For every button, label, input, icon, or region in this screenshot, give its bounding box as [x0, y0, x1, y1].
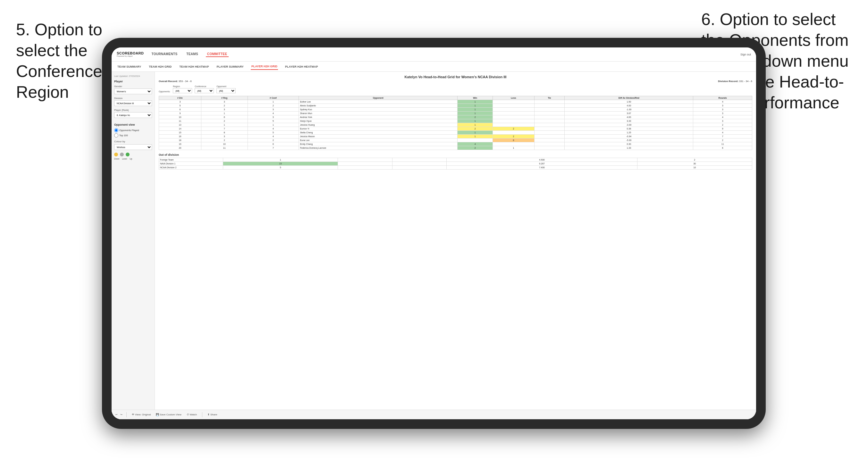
sidebar-gender-label: Gender — [114, 85, 152, 88]
sub-tab-team-h2h-heatmap[interactable]: TEAM H2H HEATMAP — [179, 64, 209, 69]
tablet-frame: SCOREBOARD Powered by clippd TOURNAMENTS… — [102, 38, 766, 429]
table-row: 1125 Heejo Hyun 1 3.333 — [159, 119, 752, 123]
save-icon: 💾 — [156, 413, 159, 416]
colour-by-label: Colour by — [114, 140, 152, 143]
th-div: # Div — [159, 96, 202, 100]
sub-tab-player-h2h-grid[interactable]: PLAYER H2H GRID — [251, 63, 278, 70]
th-reg: # Reg — [201, 96, 248, 100]
th-opponent: Opponent — [299, 96, 458, 100]
main-table: # Div # Reg # Conf Opponent Win Loss Tie… — [159, 96, 752, 150]
overall-record: Overall Record: 353 - 34 - 6 — [159, 80, 192, 83]
th-win: Win — [458, 96, 493, 100]
sub-tab-team-h2h-grid[interactable]: TEAM H2H GRID — [148, 64, 172, 69]
sidebar-player-rank-label: Player (Rank) — [114, 108, 152, 112]
filter-opponents: Opponents: — [159, 90, 170, 93]
tablet-screen: SCOREBOARD Powered by clippd TOURNAMENTS… — [112, 48, 756, 419]
share-icon: ⬆ — [208, 413, 210, 416]
sidebar-update: Last Updated: 27/03/2024 — [114, 75, 152, 77]
colour-by-select[interactable]: Win/loss — [114, 144, 152, 150]
filter-opponent-group: Opponent (All) — [216, 85, 236, 93]
sub-tab-team-summary[interactable]: TEAM SUMMARY — [117, 64, 142, 69]
filter-region-group: Region (All) — [173, 85, 192, 93]
sidebar-player-rank-select[interactable]: 8. Katelyn Vo — [114, 112, 152, 118]
nav-bar: SCOREBOARD Powered by clippd TOURNAMENTS… — [112, 48, 756, 62]
nav-tabs: TOURNAMENTS TEAMS COMMITTEE — [150, 52, 740, 57]
filter-conference-label: Conference — [195, 85, 214, 88]
colour-labels: Down Level Up — [114, 158, 152, 160]
table-area: Katelyn Vo Head-to-Head Grid for Women's… — [155, 72, 756, 419]
colour-dots — [114, 153, 152, 156]
radio-opponents-played[interactable]: Opponents Played — [114, 128, 152, 132]
sidebar-division-select[interactable]: NCAA Division III — [114, 100, 152, 106]
table-row: 522 Alexis Sudjianto 1 4.003 — [159, 104, 752, 108]
th-tie: Tie — [534, 96, 564, 100]
sub-tab-player-summary[interactable]: PLAYER SUMMARY — [216, 64, 244, 69]
table-row: 1634 Jessica Mason 12 -0.947 — [159, 135, 752, 138]
dot-down — [114, 153, 118, 156]
records-row: Overall Record: 353 - 34 - 6 Division Re… — [159, 80, 752, 83]
toolbar-redo[interactable]: ↪ — [120, 413, 123, 416]
out-of-division-table: Foreign Team 1 4.5002 NAIA Division 1 15… — [159, 158, 752, 169]
sidebar-gender-select[interactable]: Women's Men's — [114, 89, 152, 94]
th-conf: # Conf — [248, 96, 299, 100]
filter-conference-select[interactable]: (All) — [195, 88, 214, 93]
toolbar-watch[interactable]: ⏱ Watch — [185, 412, 198, 417]
nav-tab-committee[interactable]: COMMITTEE — [206, 52, 228, 57]
table-row: NAIA Division 1 15 9.26730 — [159, 162, 752, 166]
toolbar-view-original[interactable]: 👁 View: Original — [130, 412, 152, 417]
division-record: Division Record: 331 - 34 - 6 — [718, 80, 752, 83]
th-loss: Loss — [493, 96, 534, 100]
watch-icon: ⏱ — [187, 413, 189, 416]
table-row: 20117 Federica Domecq Lacroze 21 1.336 — [159, 146, 752, 150]
nav-tab-teams[interactable]: TEAMS — [185, 52, 199, 57]
logo-area: SCOREBOARD Powered by clippd — [117, 52, 144, 57]
logo-sub: Powered by clippd — [117, 55, 144, 57]
radio-top-100[interactable]: Top 100 — [114, 133, 152, 137]
filter-region-select[interactable]: (All) — [173, 88, 192, 93]
table-row: 331 Esther Lee 1 1.504 — [159, 100, 752, 104]
sidebar-division-label: Division — [114, 97, 152, 100]
main-content: Last Updated: 27/03/2024 Player Gender W… — [112, 72, 756, 419]
table-row: 19106 Emily Chang 4 0.3011 — [159, 142, 752, 146]
bottom-toolbar: ↩ ↪ 👁 View: Original 💾 Save Custom View … — [112, 410, 756, 419]
filter-opponents-label: Opponents: — [159, 90, 170, 93]
page-title: Katelyn Vo Head-to-Head Grid for Women's… — [159, 75, 752, 79]
filter-conference-group: Conference (All) — [195, 85, 214, 93]
table-row: 1474 Eunice Yi 22 0.389 — [159, 127, 752, 131]
th-diff: Diff Av Strokes/Rnd — [565, 96, 693, 100]
view-icon: 👁 — [132, 413, 134, 416]
filters-row: Opponents: Region (All) Conference (All) — [159, 85, 752, 93]
sidebar-radio-group: Opponents Played Top 100 — [114, 128, 152, 137]
filter-region-label: Region — [173, 85, 192, 88]
sub-tab-player-h2h-heatmap[interactable]: PLAYER H2H HEATMAP — [284, 64, 319, 69]
dot-up — [126, 153, 129, 156]
table-row: 633 Sydney Kuo 1 -1.003 — [159, 108, 752, 112]
table-row: 1311 Jessica Huang 1 -3.002 — [159, 123, 752, 127]
sign-out[interactable]: Sign out — [740, 53, 751, 56]
toolbar-save-custom[interactable]: 💾 Save Custom View — [155, 412, 182, 417]
table-row: 1585 Stella Cheng 1 1.254 — [159, 131, 752, 135]
sub-nav: TEAM SUMMARY TEAM H2H GRID TEAM H2H HEAT… — [112, 62, 756, 72]
filter-opponent-label: Opponent — [216, 85, 236, 88]
sidebar: Last Updated: 27/03/2024 Player Gender W… — [112, 72, 155, 419]
table-row: 914 Sharon Mun 1 3.673 — [159, 112, 752, 115]
sidebar-player-title: Player — [114, 80, 152, 83]
toolbar-share[interactable]: ⬆ Share — [206, 412, 218, 417]
table-row: 1822 Euna Lee 8 -5.002 — [159, 138, 752, 142]
logo-text: SCOREBOARD — [117, 52, 144, 55]
toolbar-undo[interactable]: ↩ — [116, 413, 118, 416]
filter-opponent-select[interactable]: (All) — [216, 88, 236, 93]
nav-tab-tournaments[interactable]: TOURNAMENTS — [150, 52, 179, 57]
table-row: NCAA Division 2 5 7.40010 — [159, 166, 752, 169]
toolbar-separator-1 — [126, 412, 127, 417]
out-of-division-label: Out of division — [159, 153, 752, 156]
dot-level — [120, 153, 124, 156]
table-row: Foreign Team 1 4.5002 — [159, 158, 752, 162]
th-rounds: Rounds — [693, 96, 752, 100]
sidebar-opponent-view-label: Opponent view — [114, 123, 152, 126]
table-row: 1063 Andrea York 2 4.004 — [159, 115, 752, 119]
